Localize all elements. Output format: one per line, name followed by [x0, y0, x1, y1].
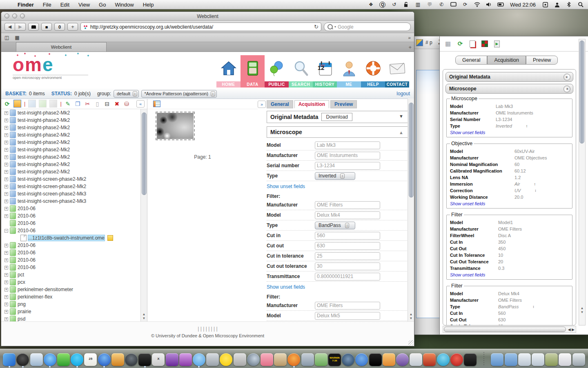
- new-container-icon[interactable]: [13, 100, 21, 108]
- tree-item-label[interactable]: test-insight-phase2-Mk2: [18, 162, 70, 167]
- dropbox-icon[interactable]: ❖: [368, 1, 374, 8]
- ome-logo[interactable]: ome open microscopy environment: [13, 55, 100, 80]
- dock-icon-tile[interactable]: [30, 353, 43, 366]
- nav-data[interactable]: DATA: [241, 55, 265, 88]
- collapse-chevron-icon[interactable]: »: [564, 85, 570, 92]
- nav-home[interactable]: HOME: [216, 55, 241, 88]
- input-menu-icon[interactable]: [542, 1, 548, 8]
- time-machine-icon[interactable]: ↺: [391, 1, 397, 8]
- tree-item[interactable]: test-insight-screen-phase2-Mk2: [1, 175, 141, 183]
- dock-folder-downloads[interactable]: [504, 353, 518, 366]
- nav-help[interactable]: HELP: [361, 55, 385, 88]
- dock-icon-stuffit[interactable]: [233, 353, 246, 366]
- tree-expander-icon[interactable]: [4, 119, 8, 122]
- insight-tab-preview[interactable]: Preview: [526, 56, 558, 65]
- tree-item[interactable]: test-insight-phase2-Mk2: [1, 168, 141, 175]
- stepper-icon[interactable]: ↕: [535, 188, 537, 193]
- publish-icon[interactable]: ▶: [493, 40, 501, 48]
- tree-expander-icon[interactable]: [4, 207, 8, 211]
- tree-item-label[interactable]: 2010-06: [18, 250, 36, 256]
- menu-edit[interactable]: Edit: [60, 2, 69, 8]
- user-icon[interactable]: [554, 1, 560, 8]
- metadata-panel-scrollbar[interactable]: ▲▼: [408, 99, 414, 321]
- dock-icon-trash[interactable]: [572, 353, 586, 366]
- tree-item[interactable]: test-insight-screen-phase2-Mk3: [1, 197, 141, 205]
- close-window-button[interactable]: [4, 13, 9, 18]
- dock-icon-tile[interactable]: [274, 353, 287, 366]
- tree-item[interactable]: test-insight-phase2-Mk2: [1, 124, 141, 131]
- dock-icon-terminal[interactable]: [138, 353, 151, 366]
- field-input[interactable]: OME Filters: [315, 201, 380, 209]
- dock-icon-tile[interactable]: [98, 353, 111, 366]
- nav-public[interactable]: PUBLIC: [265, 55, 289, 88]
- forward-button[interactable]: ▶: [15, 23, 26, 31]
- reading-list-icon[interactable]: ◫: [4, 35, 9, 40]
- show-unset-fields-link[interactable]: Show unset fields: [267, 184, 408, 189]
- tree-item[interactable]: 2010-06: [1, 256, 141, 264]
- tree-item-label[interactable]: test-insight-screen-phase2-Mk2: [18, 184, 86, 189]
- nav-search[interactable]: SEARCH: [289, 55, 313, 88]
- tree-item[interactable]: png: [1, 301, 141, 308]
- tree-expander-icon[interactable]: [4, 273, 8, 277]
- dock-icon-tile[interactable]: [464, 353, 477, 366]
- tree-item[interactable]: test-insight-phase2-Mk2: [1, 117, 141, 124]
- dock-folder-documents[interactable]: [490, 353, 504, 366]
- original-metadata-header[interactable]: Original Metadata Download ▼: [267, 111, 408, 123]
- opera-button[interactable]: 0: [54, 23, 65, 31]
- insight-tab-acquisition[interactable]: Acquisition: [487, 56, 526, 65]
- menu-view[interactable]: View: [78, 2, 90, 8]
- reload-icon[interactable]: ↻: [314, 24, 318, 30]
- stepper-icon[interactable]: ↕: [526, 124, 528, 128]
- menu-window[interactable]: Window: [115, 2, 134, 8]
- dock-icon-pig-app[interactable]: [260, 353, 274, 366]
- dock-icon-tile[interactable]: [450, 353, 463, 366]
- image-thumbnail[interactable]: [156, 112, 195, 140]
- dock-icon-wallet-app[interactable]: [274, 353, 287, 366]
- show-unset-fields-link[interactable]: Show unset fields: [450, 272, 569, 277]
- volume-icon[interactable]: [486, 1, 492, 8]
- tree-expander-icon[interactable]: [4, 126, 8, 130]
- dock-icon-tile[interactable]: [220, 353, 232, 366]
- zoom-window-button[interactable]: [20, 13, 25, 18]
- dock-icon-tile[interactable]: [247, 353, 260, 366]
- dock-icon-warning-led[interactable]: WARNIN 7:36: [328, 353, 341, 366]
- dock-separator[interactable]: [477, 352, 490, 366]
- dock-icon-devil-app[interactable]: [423, 353, 436, 366]
- tree-expander-icon[interactable]: [4, 244, 8, 247]
- dock-icon-x11[interactable]: X: [151, 353, 165, 366]
- field-input[interactable]: OME Filters: [315, 302, 380, 310]
- dock-icon-moon-app[interactable]: [247, 353, 260, 366]
- export-document-icon[interactable]: [468, 40, 477, 48]
- tree-item[interactable]: pct: [1, 271, 141, 278]
- tab-webclient[interactable]: Webclient: [16, 42, 107, 52]
- collapse-right-panel-button[interactable]: »: [258, 101, 266, 108]
- spotlight-icon[interactable]: [577, 1, 584, 8]
- insight-tab-general[interactable]: General: [455, 56, 487, 65]
- google-search-field[interactable]: ▾ Google: [324, 22, 411, 31]
- dock-icon-tile[interactable]: [518, 353, 531, 366]
- tree-expander-icon[interactable]: [4, 288, 8, 292]
- tree-item-label[interactable]: test-insight-phase2-Mk2: [18, 110, 70, 116]
- tree-item-label[interactable]: 2010-06: [18, 220, 36, 226]
- dock-icon-tile[interactable]: [383, 353, 395, 366]
- dock-icon-antenna-app[interactable]: [206, 353, 219, 366]
- dock-icon-tile[interactable]: [491, 353, 503, 366]
- dock-icon-tile[interactable]: [342, 353, 354, 366]
- dock-icon-ical[interactable]: 25: [84, 353, 97, 366]
- tree-item[interactable]: test-insight-phase2-Mk2: [1, 139, 141, 146]
- new-dataset-icon[interactable]: [39, 100, 47, 108]
- tree-item[interactable]: 2010-06: [1, 212, 141, 220]
- film-strip-icon[interactable]: ▥: [414, 1, 421, 8]
- dock-icon-tile[interactable]: [57, 353, 70, 366]
- new-screen-icon[interactable]: [49, 100, 57, 108]
- microscope-section-header[interactable]: Microscope ▲: [267, 126, 408, 138]
- quicksilver-icon[interactable]: Q: [379, 2, 385, 8]
- tree-item-label[interactable]: 2010-06: [18, 242, 36, 248]
- battery-icon[interactable]: [497, 1, 504, 8]
- dock-icon-tile[interactable]: [328, 353, 341, 366]
- dock-icon-stickies[interactable]: [463, 353, 477, 366]
- tree-expander-icon[interactable]: [4, 229, 8, 233]
- tree-expander-icon[interactable]: [4, 214, 8, 218]
- footer-link[interactable]: [216, 326, 218, 332]
- menu-app-name[interactable]: Finder: [18, 2, 34, 8]
